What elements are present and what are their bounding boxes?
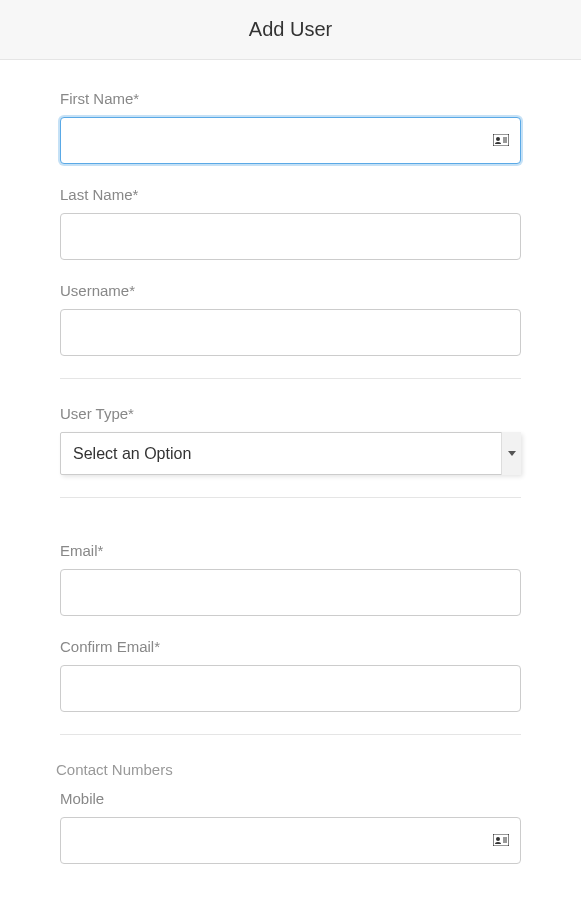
email-input[interactable] (60, 569, 521, 616)
last-name-label: Last Name* (60, 186, 521, 203)
username-label: Username* (60, 282, 521, 299)
form-group-first-name: First Name* (60, 90, 521, 164)
confirm-email-label: Confirm Email* (60, 638, 521, 655)
first-name-input[interactable] (60, 117, 521, 164)
form-group-last-name: Last Name* (60, 186, 521, 260)
add-user-form: First Name* Last Name* Username* User (0, 60, 581, 897)
form-group-mobile: Mobile (60, 790, 521, 864)
modal-header: Add User (0, 0, 581, 60)
section-divider (60, 734, 521, 735)
user-type-select[interactable]: Select an Option (60, 432, 521, 475)
section-divider (60, 497, 521, 498)
email-label: Email* (60, 542, 521, 559)
mobile-input[interactable] (60, 817, 521, 864)
last-name-input[interactable] (60, 213, 521, 260)
form-group-username: Username* (60, 282, 521, 356)
form-group-confirm-email: Confirm Email* (60, 638, 521, 712)
form-group-user-type: User Type* Select an Option (60, 405, 521, 475)
select-wrapper: Select an Option (60, 432, 521, 475)
input-wrapper (60, 817, 521, 864)
contact-section-title: Contact Numbers (56, 761, 521, 778)
first-name-label: First Name* (60, 90, 521, 107)
input-wrapper (60, 117, 521, 164)
page-title: Add User (0, 18, 581, 41)
user-type-label: User Type* (60, 405, 521, 422)
username-input[interactable] (60, 309, 521, 356)
confirm-email-input[interactable] (60, 665, 521, 712)
section-divider (60, 378, 521, 379)
form-group-email: Email* (60, 542, 521, 616)
mobile-label: Mobile (60, 790, 521, 807)
